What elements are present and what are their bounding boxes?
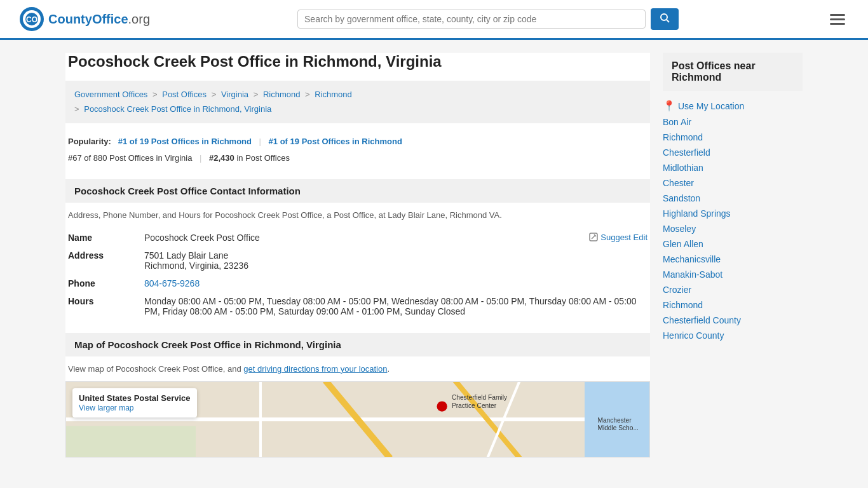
hours-value: Monday 08:00 AM - 05:00 PM, Tuesday 08:0… [142,292,650,320]
map-desc-suffix: . [387,364,390,374]
sidebar-link-14[interactable]: Henrico County [663,330,724,341]
pop-divider-1: | [259,137,261,146]
search-area [297,8,679,30]
phone-link[interactable]: 804-675-9268 [144,278,200,288]
bc-sep-1: > [153,90,158,99]
menu-bar-1 [830,14,845,16]
pop-divider-2: | [200,153,201,163]
sidebar-list-item: Mechanicsville [663,252,803,267]
map-container[interactable]: Chesterfield Family Practice Center Manc… [65,381,650,458]
svg-text:Practice Center: Practice Center [452,402,497,409]
sidebar-list-item: Crozier [663,282,803,297]
breadcrumb-link-post-offices[interactable]: Post Offices [162,90,207,99]
logo-icon: CO [19,6,44,32]
menu-bar-2 [830,18,845,20]
pop-stat1: #1 of 19 Post Offices in Richmond [118,137,252,146]
suggest-edit-link[interactable]: Suggest Edit [589,233,648,242]
sidebar-list: 📍 Use My Location Bon AirRichmondChester… [663,97,803,343]
address-line2: Richmond, Virginia, 23236 [144,261,648,271]
main-content: Pocoshock Creek Post Office in Richmond,… [65,53,650,458]
sidebar-link-10[interactable]: Manakin-Sabot [663,269,722,280]
svg-text:Chesterfield Family: Chesterfield Family [452,394,508,401]
location-pin-icon: 📍 [663,100,675,112]
svg-point-17 [437,401,447,411]
content-wrapper: Pocoshock Creek Post Office in Richmond,… [53,40,815,470]
map-overlay-card: United States Postal Service View larger… [72,388,197,417]
map-overlay-link[interactable]: View larger map [79,403,133,412]
name-value: Pocoshock Creek Post Office Suggest Edit [142,229,650,247]
header: CO CountyOffice.org [0,0,868,40]
sidebar-link-6[interactable]: Highland Springs [663,208,731,219]
sidebar-header: Post Offices near Richmond [663,53,803,91]
pop-stat3: #67 of 880 Post Offices in Virginia [68,153,192,163]
table-row-hours: Hours Monday 08:00 AM - 05:00 PM, Tuesda… [65,292,650,320]
pop-stat2: #1 of 19 Post Offices in Richmond [269,137,402,146]
table-row-name: Name Pocoshock Creek Post Office Suggest… [65,229,650,247]
svg-text:CO: CO [26,15,37,24]
bc-sep-4: > [305,90,310,99]
sidebar-list-item: Manakin-Sabot [663,267,803,282]
map-section: Map of Pocoshock Creek Post Office in Ri… [65,333,650,458]
sidebar-list-item: Chesterfield County [663,313,803,328]
sidebar-link-9[interactable]: Mechanicsville [663,254,721,264]
address-label: Address [65,247,142,274]
sidebar-list-item: Henrico County [663,328,803,343]
hours-label: Hours [65,292,142,320]
map-section-header: Map of Pocoshock Creek Post Office in Ri… [65,333,650,356]
contact-section: Pocoshock Creek Post Office Contact Info… [65,179,650,320]
search-icon [660,13,670,23]
sidebar-list-item: Sandston [663,191,803,206]
svg-text:Manchester: Manchester [597,417,632,424]
sidebar-list-item: Moseley [663,221,803,236]
svg-text:Middle Scho...: Middle Scho... [597,424,639,431]
sidebar-link-11[interactable]: Crozier [663,285,691,295]
sidebar: Post Offices near Richmond 📍 Use My Loca… [663,53,803,458]
svg-point-4 [661,14,667,20]
bc-sep-3: > [254,90,259,99]
sidebar-link-7[interactable]: Moseley [663,224,696,234]
sidebar-link-5[interactable]: Sandston [663,193,700,203]
sidebar-link-2[interactable]: Chesterfield [663,147,710,158]
sidebar-link-0[interactable]: Bon Air [663,117,691,127]
map-description: View map of Pocoshock Creek Post Office,… [65,364,650,381]
breadcrumb-link-richmond2[interactable]: Richmond [315,90,352,99]
sidebar-link-13[interactable]: Chesterfield County [663,315,741,325]
svg-rect-16 [66,426,196,457]
popularity-label: Popularity: [68,137,111,146]
logo-text: CountyOffice.org [48,12,150,27]
use-my-location-item: 📍 Use My Location [663,97,803,114]
bc-sep-5: > [74,104,79,114]
contact-section-header: Pocoshock Creek Post Office Contact Info… [65,179,650,203]
sidebar-list-item: Richmond [663,297,803,313]
sidebar-link-8[interactable]: Glen Allen [663,239,703,249]
phone-value: 804-675-9268 [142,274,650,292]
breadcrumb-link-current[interactable]: Pocoshock Creek Post Office in Richmond,… [84,104,271,114]
map-overlay-title: United States Postal Service [79,393,191,403]
sidebar-link-1[interactable]: Richmond [663,132,703,142]
use-my-location-link[interactable]: Use My Location [678,101,744,111]
sidebar-link-12[interactable]: Richmond [663,300,703,310]
search-input-wrapper [297,10,646,29]
sidebar-link-3[interactable]: Midlothian [663,163,703,173]
sidebar-list-item: Glen Allen [663,236,803,252]
sidebar-list-item: Highland Springs [663,206,803,221]
name-label: Name [65,229,142,247]
svg-line-5 [667,20,669,22]
logo-area: CO CountyOffice.org [19,6,150,32]
hamburger-menu-button[interactable] [826,10,849,29]
sidebar-link-4[interactable]: Chester [663,178,694,188]
phone-label: Phone [65,274,142,292]
sidebar-list-item: Bon Air [663,114,803,130]
page-title: Pocoshock Creek Post Office in Richmond,… [65,53,650,71]
popularity: Popularity: #1 of 19 Post Offices in Ric… [65,133,650,166]
table-row-address: Address 7501 Lady Blair Lane Richmond, V… [65,247,650,274]
search-input[interactable] [304,14,639,24]
bc-sep-2: > [212,90,217,99]
pop-stat4: #2,430 in Post Offices [209,153,290,163]
search-button[interactable] [651,8,679,30]
breadcrumb-link-government-offices[interactable]: Government Offices [74,90,147,99]
breadcrumb-link-virginia[interactable]: Virginia [221,90,248,99]
address-value: 7501 Lady Blair Lane Richmond, Virginia,… [142,247,650,274]
breadcrumb-link-richmond1[interactable]: Richmond [263,90,301,99]
driving-directions-link[interactable]: get driving directions from your locatio… [243,364,387,374]
